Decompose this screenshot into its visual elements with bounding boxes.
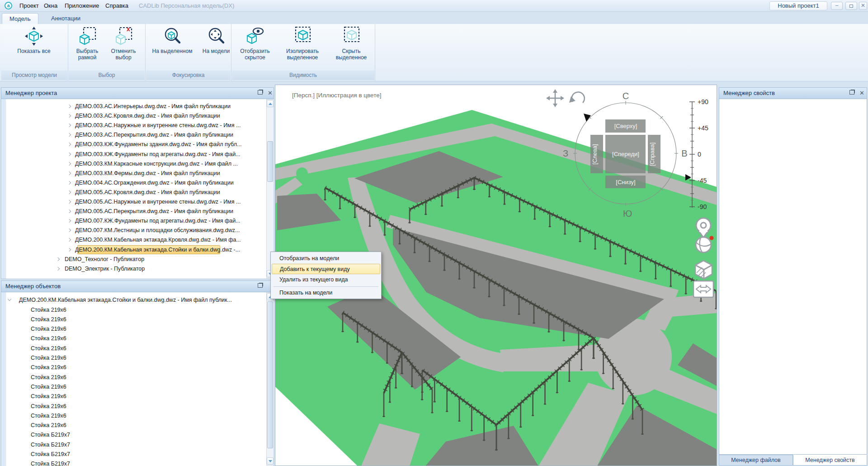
objects-tree-item[interactable]: Стойка 219х6 xyxy=(6,353,265,363)
project-tree-item[interactable]: DEMO_Технолог - Публикатор xyxy=(6,255,265,264)
cube-isolate-icon xyxy=(292,26,312,47)
show-all-button[interactable]: Показать все xyxy=(9,25,59,54)
expand-chevron-icon[interactable] xyxy=(67,219,71,223)
context-menu-item-show-on-model[interactable]: Отобразить на модели xyxy=(272,253,380,264)
expand-chevron-icon[interactable] xyxy=(67,209,71,213)
menu-project[interactable]: Проект xyxy=(19,2,39,9)
expand-chevron-icon[interactable] xyxy=(67,143,71,146)
close-panel-icon[interactable]: ✕ xyxy=(859,88,864,99)
app-title: CADLib Персональная модель(DX) xyxy=(139,2,234,9)
objects-tree-item-label: Стойка Б219х7 xyxy=(31,430,70,440)
objects-tree-item[interactable]: Стойка 219х6 xyxy=(6,421,265,430)
objects-tree-item[interactable]: Стойка 219х6 xyxy=(6,392,265,401)
title-bar: a Проект Окна Приложение Справка CADLib … xyxy=(0,0,868,12)
cancel-selection-button[interactable]: x Отменить выбор xyxy=(106,25,141,61)
tab-properties-manager[interactable]: Менеджер свойств xyxy=(793,455,867,466)
objects-tree-item[interactable]: Стойка Б219х7 xyxy=(6,440,265,450)
objects-tree-item[interactable]: Стойка Б219х7 xyxy=(6,430,265,440)
svg-text:[Снизу]: [Снизу] xyxy=(616,179,635,185)
context-menu-item-remove-from-view[interactable]: Удалить из текущего вида xyxy=(272,275,380,285)
expand-chevron-icon[interactable] xyxy=(67,228,71,232)
project-tree-item[interactable]: ДЕМО.004.АС.Ограждения.dwg.dwz - Имя фай… xyxy=(6,178,265,188)
expand-chevron-icon[interactable] xyxy=(67,162,71,165)
project-tree-item[interactable]: ДЕМО.003.КЖ.Фундаменты под агрегаты.dwg.… xyxy=(6,150,265,159)
hide-selected-button[interactable]: Скрыть выделенное xyxy=(330,25,373,61)
expand-chevron-icon[interactable] xyxy=(56,266,60,270)
expand-chevron-icon[interactable] xyxy=(67,114,71,118)
objects-tree-item[interactable]: Стойка 219х6 xyxy=(6,334,265,343)
objects-tree-root[interactable]: ДЕМО.200.КМ.Кабельная эктакада.Стойки и … xyxy=(6,295,265,305)
project-tree-item[interactable]: ДЕМО.007.КЖ.Фундаменты под агрегаты.dwg.… xyxy=(6,216,265,226)
select-by-frame-button[interactable]: Выбрать рамкой xyxy=(71,25,104,61)
menu-windows[interactable]: Окна xyxy=(44,2,57,9)
expand-chevron-icon[interactable] xyxy=(67,133,71,137)
objects-tree-item-label: Стойка Б219х7 xyxy=(31,459,70,466)
expand-chevron-icon[interactable] xyxy=(67,181,71,185)
tab-annotations[interactable]: Аннотации xyxy=(44,13,88,24)
close-button[interactable]: ✕ xyxy=(859,2,867,10)
expand-chevron-icon[interactable] xyxy=(67,105,71,108)
objects-tree-scrollbar[interactable] xyxy=(266,292,274,466)
collapse-chevron-icon[interactable] xyxy=(8,297,11,301)
project-tree-item[interactable]: ДЕМО.003.КМ.Фермы.dwg.dwz - Имя файл пуб… xyxy=(6,169,265,178)
project-tree-item[interactable]: ДЕМО.003.АС.Интерьеры.dwg.dwz - Имя файл… xyxy=(6,102,265,111)
project-tree-item[interactable]: ДЕМО.003.КЖ.Фундаменты здания.dwg.dwz - … xyxy=(6,140,265,149)
tab-model[interactable]: Модель xyxy=(2,13,38,24)
project-tree-item[interactable]: ДЕМО.005.АС.Кровля.dwg.dwz - Имя файл пу… xyxy=(6,188,265,197)
isolate-selected-button[interactable]: Изолировать выделенное xyxy=(280,25,325,61)
expand-chevron-icon[interactable] xyxy=(56,257,60,261)
float-panel-icon[interactable] xyxy=(258,283,263,288)
project-tree-item-label: ДЕМО.007.КМ.Лестницы и площадки обслужив… xyxy=(75,226,240,235)
cube-pan-icon xyxy=(24,26,44,47)
application-window: a Проект Окна Приложение Справка CADLib … xyxy=(0,0,868,466)
project-tree-item[interactable]: ДЕМО.003.АС.Перекрытия.dwg.dwz - Имя фай… xyxy=(6,130,265,140)
expand-chevron-icon[interactable] xyxy=(67,190,71,194)
show-hidden-button[interactable]: Отобразить скрытое xyxy=(235,25,275,61)
expand-chevron-icon[interactable] xyxy=(67,152,71,156)
expand-chevron-icon[interactable] xyxy=(67,247,71,251)
project-tree-item[interactable]: ДЕМО.005.АС.Наружные и внутренние стены.… xyxy=(6,197,265,207)
menu-application[interactable]: Приложение xyxy=(65,2,99,9)
app-logo-icon[interactable]: a xyxy=(5,2,12,10)
objects-tree-item[interactable]: Стойка 219х6 xyxy=(6,363,265,372)
menu-help[interactable]: Справка xyxy=(105,2,128,9)
float-panel-icon[interactable] xyxy=(849,90,854,95)
expand-chevron-icon[interactable] xyxy=(67,171,71,175)
project-tree-item[interactable]: ДЕМО.003.АС.Кровля.dwg.dwz - Имя файл пу… xyxy=(6,111,265,121)
minimize-button[interactable]: – xyxy=(831,2,843,10)
project-tree-item[interactable]: DEMO_Электрик - Публикатор xyxy=(6,264,265,274)
context-menu-item-add-to-view[interactable]: Добавить к текущему виду xyxy=(272,264,380,274)
expand-chevron-icon[interactable] xyxy=(67,124,71,127)
focus-model-button[interactable]: На модели xyxy=(198,25,234,54)
objects-tree-item[interactable]: Стойка Б219х7 xyxy=(6,450,265,459)
objects-tree-item-label: Стойка 219х6 xyxy=(31,344,66,353)
project-tree-item[interactable]: ДЕМО.003.КМ.Каркасные конструкции.dwg.dw… xyxy=(6,159,265,169)
float-panel-icon[interactable] xyxy=(258,90,263,95)
objects-tree-item[interactable]: Стойка 219х6 xyxy=(6,373,265,382)
restore-button[interactable] xyxy=(845,2,857,10)
project-tree-item[interactable]: ДЕМО.200.КМ.Кабельная эктакада.Кровля.dw… xyxy=(6,235,265,245)
project-tree-item[interactable]: ДЕМО.200.КМ.Кабельная эктакада.Стойки и … xyxy=(6,245,265,255)
objects-tree-item[interactable]: Стойка 219х6 xyxy=(6,305,265,315)
close-panel-icon[interactable]: ✕ xyxy=(268,88,273,99)
objects-tree-item[interactable]: Стойка 219х6 xyxy=(6,344,265,353)
ribbon: Просмотр модели Выбор Фокусировка Видимо… xyxy=(0,24,868,81)
context-menu-item-show-model[interactable]: Показать на модели xyxy=(272,288,380,298)
focus-selected-button[interactable]: На выделенном xyxy=(152,25,193,54)
objects-tree-item[interactable]: Стойка 219х6 xyxy=(6,315,265,324)
project-tree-item[interactable]: ДЕМО.007.КМ.Лестницы и площадки обслужив… xyxy=(6,226,265,235)
project-name-tab[interactable]: Новый проект1 xyxy=(769,1,827,10)
cube-select-icon xyxy=(77,26,97,47)
objects-tree-item[interactable]: Стойка 219х6 xyxy=(6,382,265,392)
project-tree-item[interactable]: ДЕМО.005.АС.Перекрытия.dwg.dwz - Имя фай… xyxy=(6,207,265,216)
objects-tree-item[interactable]: Стойка 219х6 xyxy=(6,402,265,411)
expand-chevron-icon[interactable] xyxy=(67,238,71,242)
objects-tree-item[interactable]: Стойка 219х6 xyxy=(6,324,265,334)
objects-tree-item[interactable]: Стойка 219х6 xyxy=(6,411,265,421)
zoom-selected-icon xyxy=(162,26,182,47)
project-tree-item[interactable]: ДЕМО.003.АС.Наружные и внутренние стены.… xyxy=(6,121,265,130)
expand-chevron-icon[interactable] xyxy=(67,200,71,204)
objects-tree-item[interactable]: Стойка Б219х7 xyxy=(6,459,265,466)
cube-hide-icon xyxy=(341,26,361,47)
tab-file-manager[interactable]: Менеджер файлов xyxy=(719,455,793,466)
